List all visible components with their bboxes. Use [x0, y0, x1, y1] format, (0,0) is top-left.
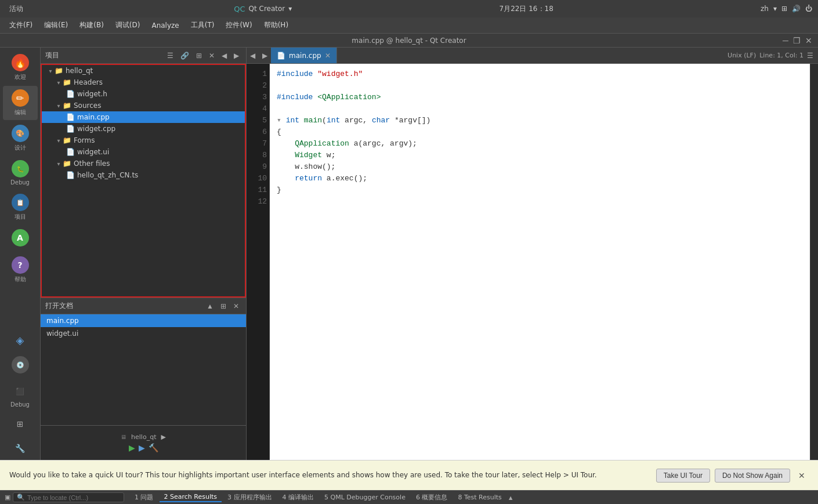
notification-close-btn[interactable]: ✕ — [795, 470, 809, 481]
debug-controls: ▶ ▶ 🔨 — [129, 443, 158, 452]
menu-file[interactable]: 文件(F) — [5, 19, 37, 32]
editor-options-btn[interactable]: ☰ — [807, 52, 813, 60]
debug-project-label: hello_qt — [131, 433, 156, 441]
open-doc-main-cpp[interactable]: main.cpp — [41, 314, 246, 327]
tree-widget-h[interactable]: 📄 widget.h — [42, 88, 245, 100]
menu-analyze[interactable]: Analyze — [147, 20, 183, 31]
dock-help[interactable]: ? 帮助 — [3, 253, 38, 287]
project-panel-header: 项目 ☰ 🔗 ⊞ ✕ ◀ ▶ — [41, 48, 246, 64]
debug-info: 🖥 hello_qt ▶ — [121, 433, 166, 441]
dock-debug-bottom-label: Debug — [10, 401, 30, 408]
menu-tools[interactable]: 工具(T) — [186, 19, 219, 32]
menu-build[interactable]: 构建(B) — [75, 19, 108, 32]
notification-bar: Would you like to take a quick UI tour? … — [0, 460, 818, 490]
search-input[interactable] — [27, 494, 120, 501]
tree-other-files[interactable]: ▾ 📁 Other files — [42, 158, 245, 169]
sources-label: Sources — [74, 101, 101, 110]
open-docs-up-btn[interactable]: ▲ — [204, 301, 216, 311]
status-tab-summary[interactable]: 6 概要信息 — [411, 492, 453, 502]
headers-label: Headers — [74, 78, 103, 86]
filter-btn[interactable]: ☰ — [165, 50, 176, 61]
editor-scrollbar[interactable] — [810, 64, 818, 460]
open-docs-split-btn[interactable]: ⊞ — [218, 301, 229, 311]
dock-welcome[interactable]: 🔥 欢迎 — [3, 50, 38, 85]
open-doc-widget-ui[interactable]: widget.ui — [41, 327, 246, 340]
debug-run-button[interactable]: ▶ — [139, 443, 145, 452]
menu-controls[interactable]: 控件(W) — [221, 19, 256, 32]
menu-debug[interactable]: 调试(D) — [111, 19, 145, 32]
tab-close-btn[interactable]: ✕ — [325, 52, 331, 60]
tree-root[interactable]: ▾ 📁 hello_qt — [42, 65, 245, 77]
tab-file-icon: 📄 — [277, 52, 285, 60]
dock-appstore[interactable]: A — [3, 226, 38, 252]
tree-forms[interactable]: ▾ 📁 Forms — [42, 135, 245, 146]
open-docs-header: 打开文档 ▲ ⊞ ✕ — [41, 298, 246, 314]
project-tree: ▾ 📁 hello_qt ▾ 📁 Headers 📄 widget.h ▾ — [41, 64, 246, 298]
tree-widget-cpp[interactable]: 📄 widget.cpp — [42, 123, 245, 135]
open-docs-close-btn[interactable]: ✕ — [231, 301, 241, 311]
code-line-3: #include <QApplication> — [277, 92, 803, 103]
statusbar-toggle-btn[interactable]: ▣ — [5, 494, 10, 501]
dock-edit[interactable]: ✏ 编辑 — [3, 86, 38, 120]
project-header-label: 项目 — [45, 50, 59, 60]
statusbar-arrow-up[interactable]: ▲ — [508, 494, 514, 501]
code-line-6: { — [277, 126, 803, 138]
ts-file-icon: 📄 — [66, 171, 75, 179]
open-docs-header-left: 打开文档 — [45, 301, 73, 311]
tab-nav-left[interactable]: ◀ — [247, 48, 259, 63]
status-tab-search-results[interactable]: 2 Search Results — [160, 492, 222, 502]
tab-bar: ◀ ▶ 📄 main.cpp ✕ Unix (LF) Line: 1, Col:… — [247, 48, 818, 64]
run-button[interactable]: ▶ — [129, 443, 135, 452]
statusbar-search: 🔍 — [13, 492, 124, 502]
status-tab-compile-output[interactable]: 4 编译输出 — [278, 492, 319, 502]
link-btn[interactable]: 🔗 — [178, 50, 191, 61]
maximize-button[interactable]: ❐ — [793, 36, 801, 45]
menu-help[interactable]: 帮助(H) — [259, 19, 293, 32]
nav-left-btn[interactable]: ◀ — [219, 50, 229, 61]
status-tab-issues[interactable]: 1 问题 — [130, 492, 158, 502]
status-tab-qml-debugger[interactable]: 5 QML Debugger Console — [320, 493, 410, 502]
topbar-center: QC Qt Creator ▾ — [234, 5, 292, 13]
build-button[interactable]: 🔨 — [149, 443, 158, 452]
dock-dvd[interactable]: 💿 — [3, 353, 38, 379]
status-tab-test-results[interactable]: 8 Test Results — [453, 493, 506, 502]
project-header-right: ☰ 🔗 ⊞ ✕ ◀ ▶ — [165, 50, 241, 61]
code-line-7: QApplication a(argc, argv); — [277, 138, 803, 150]
dock-vscode[interactable]: ◈ — [3, 328, 38, 351]
dock-project[interactable]: 📋 项目 — [3, 190, 38, 224]
tree-widget-ui[interactable]: 📄 widget.ui — [42, 146, 245, 158]
tab-nav-right[interactable]: ▶ — [259, 48, 271, 63]
activities-button[interactable]: 活动 — [6, 3, 27, 15]
power-icon: ⏻ — [805, 5, 812, 13]
close-button[interactable]: ✕ — [805, 36, 812, 45]
editor: 1 2 3 4 5 6 7 8 9 10 11 12 #include "wid… — [247, 64, 818, 460]
dock-grid[interactable]: ⊞ — [3, 412, 38, 436]
tree-sources[interactable]: ▾ 📁 Sources — [42, 100, 245, 111]
widget-ui-label: widget.ui — [77, 148, 109, 156]
tree-headers[interactable]: ▾ 📁 Headers — [42, 77, 245, 88]
take-tour-button[interactable]: Take UI Tour — [656, 469, 710, 483]
close-panel-btn[interactable]: ✕ — [207, 50, 217, 61]
tab-main-cpp[interactable]: 📄 main.cpp ✕ — [271, 48, 337, 63]
dock-design[interactable]: 🎨 设计 — [3, 121, 38, 155]
widget-cpp-label: widget.cpp — [77, 125, 115, 133]
design-icon: 🎨 — [12, 125, 29, 142]
menu-edit[interactable]: 编辑(E) — [39, 19, 73, 32]
nav-right-btn[interactable]: ▶ — [231, 50, 241, 61]
project-icon: 📋 — [12, 194, 29, 211]
split-btn[interactable]: ⊞ — [194, 50, 204, 61]
dock-wrench[interactable]: 🔧 — [3, 437, 38, 460]
statusbar: ▣ 🔍 1 问题 2 Search Results 3 应用程序输出 4 编译输… — [0, 490, 818, 504]
side-panel: 项目 ☰ 🔗 ⊞ ✕ ◀ ▶ ▾ 📁 hello_qt — [41, 48, 247, 460]
minimize-button[interactable]: ─ — [783, 36, 788, 45]
tree-ts-file[interactable]: 📄 hello_qt_zh_CN.ts — [42, 169, 245, 181]
dvd-icon: 💿 — [12, 356, 29, 374]
dock-debug-bottom[interactable]: ⬛ Debug — [3, 380, 38, 411]
code-editor[interactable]: #include "widget.h" #include <QApplicati… — [270, 64, 810, 460]
topbar-right: zh ▾ ⊞ 🔊 ⏻ — [761, 5, 812, 13]
dock-debug[interactable]: 🐛 Debug — [3, 157, 38, 189]
debug-section: 🖥 hello_qt ▶ ▶ ▶ 🔨 — [41, 425, 246, 460]
status-tab-app-output[interactable]: 3 应用程序输出 — [223, 492, 277, 502]
do-not-show-button[interactable]: Do Not Show Again — [715, 469, 790, 483]
tree-main-cpp[interactable]: 📄 main.cpp — [42, 111, 245, 123]
